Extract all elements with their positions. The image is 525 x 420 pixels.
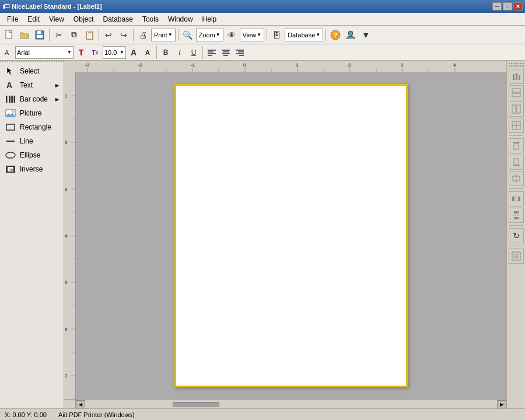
svg-rect-97 — [514, 159, 519, 164]
view-dropdown[interactable]: View ▼ — [240, 29, 265, 41]
svg-rect-104 — [514, 217, 519, 219]
svg-text:1: 1 — [296, 62, 299, 68]
hscroll-right[interactable]: ▶ — [497, 400, 506, 408]
tool-rectangle[interactable]: Rectangle — [0, 120, 64, 134]
svg-text:-2: -2 — [138, 62, 143, 68]
italic-button[interactable]: I — [173, 46, 186, 59]
distribute-v-button[interactable] — [509, 208, 524, 223]
canvas-scroll[interactable] — [76, 72, 506, 399]
rotate-button[interactable]: ↻ — [509, 228, 524, 243]
svg-rect-2 — [37, 31, 41, 34]
zoom-icon[interactable]: 🔍 — [181, 28, 195, 42]
label-canvas[interactable] — [174, 84, 408, 387]
align-center-v-button[interactable] — [509, 171, 524, 186]
menu-database[interactable]: Database — [99, 13, 138, 25]
svg-rect-27 — [14, 96, 15, 103]
font-size-combo[interactable]: 10.0 ▼ — [103, 46, 126, 59]
font-size-down-button[interactable]: A — [141, 46, 154, 59]
svg-text:7: 7 — [65, 373, 68, 379]
align-bottom-button[interactable] — [509, 155, 524, 170]
align-right-button[interactable] — [233, 46, 246, 59]
menu-view[interactable]: View — [44, 13, 69, 25]
svg-rect-100 — [512, 197, 514, 201]
tool-text[interactable]: A Text ▶ — [0, 78, 64, 92]
maximize-button[interactable]: □ — [503, 2, 512, 10]
minimize-button[interactable]: ─ — [492, 2, 502, 10]
menu-file[interactable]: File — [2, 13, 23, 25]
svg-rect-24 — [9, 96, 10, 103]
svg-point-33 — [6, 152, 15, 158]
titlebar-controls: ─ □ ✕ — [492, 2, 523, 10]
help-button[interactable]: ? — [328, 28, 342, 42]
tool-picture[interactable]: Picture — [0, 106, 64, 120]
align-left-button[interactable] — [205, 46, 218, 59]
text-style-icon1[interactable]: T — [75, 46, 88, 59]
zoom-dropdown[interactable]: Zoom ▼ — [196, 29, 223, 41]
object-prop-button[interactable] — [509, 249, 524, 264]
print-dropdown[interactable]: Print ▼ — [151, 29, 176, 41]
print-icon[interactable]: 🖨 — [136, 28, 150, 42]
printer-display: Aiit PDF Printer (Windows) — [58, 411, 135, 418]
tool-ellipse[interactable]: Ellipse — [0, 148, 64, 162]
user-dropdown[interactable]: ▼ — [359, 28, 373, 42]
barcode-icon — [5, 94, 16, 104]
menu-help[interactable]: Help — [198, 13, 222, 25]
font-size-up-button[interactable]: A — [127, 46, 140, 59]
text-icon: A — [5, 80, 16, 90]
close-button[interactable]: ✕ — [513, 2, 523, 10]
canvas-inner — [76, 72, 506, 399]
picture-label: Picture — [20, 109, 41, 117]
open-button[interactable] — [18, 28, 32, 42]
bold-button[interactable]: B — [159, 46, 172, 59]
tool-barcode[interactable]: Bar code ▶ — [0, 92, 64, 106]
chart-layout1-button[interactable] — [509, 85, 524, 100]
hscroll-thumb[interactable] — [173, 402, 219, 407]
paste-button[interactable]: 📋 — [82, 28, 96, 42]
menu-tools[interactable]: Tools — [138, 13, 163, 25]
copy-button[interactable]: ⧉ — [67, 28, 81, 42]
titlebar-left: 🏷 NiceLabel Standard - [Label1] — [2, 2, 102, 10]
hscrollbar[interactable]: ◀ ▶ — [76, 400, 506, 408]
font-name-combo[interactable]: Arial ▼ — [15, 46, 74, 59]
menubar: File Edit View Object Database Tools Win… — [0, 13, 525, 26]
chart-layout3-button[interactable] — [509, 118, 524, 133]
svg-rect-38 — [76, 61, 484, 72]
right-panel-grip — [509, 63, 524, 66]
inverse-icon: inv — [5, 164, 16, 174]
text-label: Text — [20, 81, 33, 89]
svg-rect-31 — [6, 124, 15, 130]
undo-button[interactable]: ↩ — [102, 28, 116, 42]
cut-button[interactable]: ✂ — [52, 28, 66, 42]
canvas-wrapper: -3 -2 -1 0 1 2 3 4 — [64, 61, 506, 408]
menu-edit[interactable]: Edit — [23, 13, 44, 25]
distribute-h-button[interactable] — [509, 191, 524, 206]
zoom-label: Zoom — [199, 32, 215, 38]
menu-object[interactable]: Object — [69, 13, 99, 25]
menu-window[interactable]: Window — [163, 13, 198, 25]
svg-rect-37 — [64, 61, 76, 72]
text-style-icon2[interactable]: Tx — [89, 46, 102, 59]
svg-text:-1: -1 — [191, 62, 195, 68]
redo-button[interactable]: ↪ — [117, 28, 131, 42]
database-dropdown[interactable]: Database ▼ — [285, 29, 323, 41]
svg-rect-26 — [12, 96, 13, 103]
view-icon[interactable]: 👁 — [225, 28, 239, 42]
svg-text:A: A — [5, 49, 9, 56]
tool-inverse[interactable]: inv Inverse — [0, 162, 64, 176]
tool-line[interactable]: Line — [0, 134, 64, 148]
svg-rect-101 — [518, 197, 520, 201]
database-icon[interactable]: 🗄 — [270, 28, 284, 42]
hscroll-left[interactable]: ◀ — [76, 400, 85, 408]
tool-select[interactable]: Select — [0, 64, 64, 78]
new-button[interactable] — [2, 28, 16, 42]
chart-layout2-button[interactable] — [509, 102, 524, 117]
user-button[interactable] — [344, 28, 358, 42]
chart-bar-button[interactable] — [509, 69, 524, 84]
save-button[interactable] — [33, 28, 47, 42]
sep4 — [178, 29, 178, 41]
align-center-button[interactable] — [219, 46, 232, 59]
rp-sep2 — [509, 188, 523, 189]
inverse-label: Inverse — [20, 165, 43, 173]
align-top-button[interactable] — [509, 138, 524, 153]
underline-button[interactable]: U — [187, 46, 200, 59]
